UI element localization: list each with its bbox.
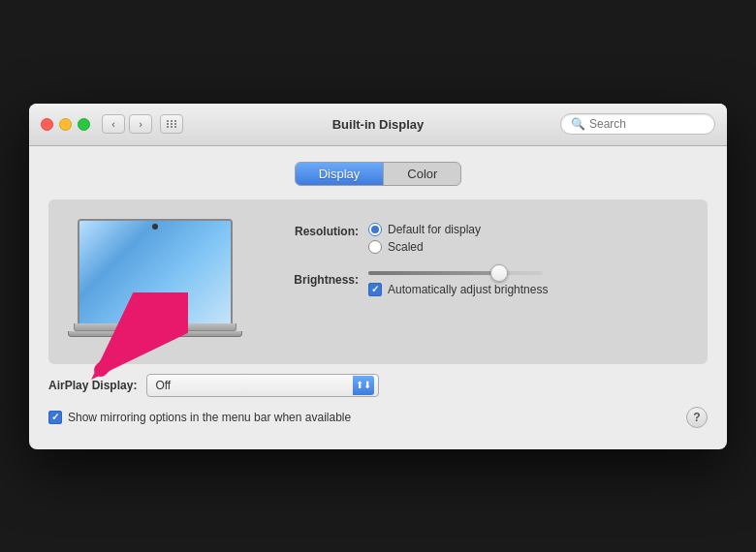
resolution-controls: Default for display Scaled — [368, 223, 688, 258]
tab-display[interactable]: Display — [296, 163, 385, 185]
airplay-value: Off — [155, 379, 171, 392]
back-button[interactable]: ‹ — [102, 114, 125, 134]
mirror-label: Show mirroring options in the menu bar w… — [68, 411, 351, 424]
tab-group: Display Color — [295, 162, 462, 186]
brightness-row: Brightness: Automatically adjust brig — [271, 271, 688, 296]
close-button[interactable] — [41, 118, 53, 131]
titlebar: ‹ › Built-in Display 🔍 — [29, 104, 727, 146]
forward-button[interactable]: › — [129, 114, 152, 134]
search-box[interactable]: 🔍 — [560, 113, 715, 135]
bottom-section: AirPlay Display: Off ⬆⬇ Show mirroring o… — [48, 364, 708, 434]
resolution-scaled-option[interactable]: Scaled — [368, 240, 688, 254]
laptop-base — [74, 323, 236, 331]
auto-brightness-label: Automatically adjust brightness — [388, 283, 548, 296]
help-button[interactable]: ? — [686, 407, 708, 428]
mirror-checkbox[interactable] — [48, 411, 62, 424]
airplay-dropdown[interactable]: Off ⬆⬇ — [146, 374, 379, 397]
resolution-default-label: Default for display — [388, 223, 481, 236]
search-input[interactable] — [589, 117, 706, 131]
grid-button[interactable] — [160, 114, 183, 134]
laptop-screen — [78, 219, 233, 323]
brightness-controls: Automatically adjust brightness — [368, 271, 688, 296]
resolution-scaled-label: Scaled — [388, 240, 424, 254]
mirror-row: Show mirroring options in the menu bar w… — [48, 407, 708, 428]
brightness-slider-fill — [368, 271, 499, 275]
nav-buttons: ‹ › — [102, 114, 183, 134]
content-area: Display Color — [29, 146, 727, 449]
resolution-default-option[interactable]: Default for display — [368, 223, 688, 236]
brightness-label: Brightness: — [271, 271, 359, 287]
auto-brightness-row: Automatically adjust brightness — [368, 283, 688, 296]
resolution-row: Resolution: Default for display Scaled — [271, 223, 688, 258]
airplay-row: AirPlay Display: Off ⬆⬇ — [48, 374, 708, 397]
resolution-label: Resolution: — [271, 223, 359, 238]
window-title: Built-in Display — [332, 117, 425, 132]
search-icon: 🔍 — [571, 117, 585, 131]
traffic-lights — [41, 118, 90, 131]
airplay-label: AirPlay Display: — [48, 379, 137, 392]
minimize-button[interactable] — [59, 118, 72, 131]
resolution-default-radio[interactable] — [368, 223, 382, 236]
laptop-screen-inner — [79, 221, 231, 323]
brightness-slider-track[interactable] — [368, 271, 543, 275]
resolution-scaled-radio[interactable] — [368, 240, 382, 254]
laptop-image — [68, 219, 242, 345]
brightness-slider-thumb[interactable] — [490, 264, 508, 282]
main-window: ‹ › Built-in Display 🔍 — [29, 104, 727, 449]
auto-brightness-checkbox[interactable] — [368, 283, 382, 296]
laptop-graphic — [68, 219, 242, 345]
tab-bar: Display Color — [48, 162, 708, 186]
settings-panel: Resolution: Default for display Scaled — [271, 219, 688, 310]
laptop-bottom — [68, 331, 242, 337]
grid-icon — [167, 120, 177, 128]
tab-color[interactable]: Color — [384, 163, 460, 185]
dropdown-arrow-icon: ⬆⬇ — [353, 376, 374, 395]
display-panel: Resolution: Default for display Scaled — [48, 199, 708, 364]
brightness-slider-row — [368, 271, 688, 275]
maximize-button[interactable] — [78, 118, 90, 131]
